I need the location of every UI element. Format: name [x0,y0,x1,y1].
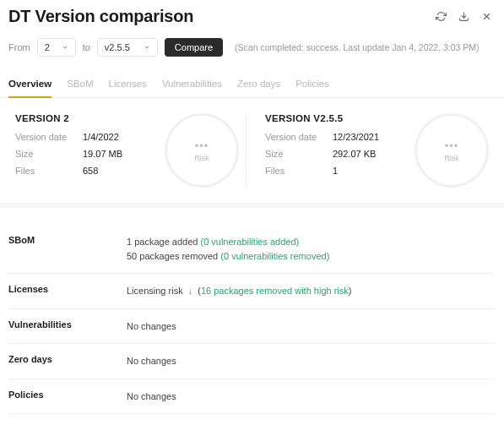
header-actions [436,11,492,22]
compare-grid: VERSION 2 Version date1/4/2022 Size19.07… [0,98,504,208]
right-size-label: Size [265,149,333,159]
to-select[interactable]: v2.5.5 [97,38,158,57]
tab-sbom[interactable]: SBoM [67,72,93,97]
chevron-down-icon [144,44,150,51]
right-risk-ring: ••• Risk [415,113,489,188]
arrow-down-icon: ↓ [186,284,196,298]
tab-zero-days[interactable]: Zero days [237,72,280,97]
chevron-down-icon [62,44,68,51]
right-files-value: 1 [333,166,338,176]
summary-row-licenses: Licenses Licensing risk ↓ (16 packages r… [8,274,496,309]
tab-licenses[interactable]: Licenses [108,72,146,97]
licenses-text-a: Licensing risk [127,286,186,296]
sbom-line2-text: 50 packages removed [127,251,220,261]
summary-row-zero-days: Zero days No changes [8,344,496,379]
to-select-value: v2.5.5 [105,42,130,52]
from-label: From [8,42,30,52]
ellipsis-icon: ••• [195,139,209,152]
ellipsis-icon: ••• [445,139,459,152]
licenses-text-c: ) [349,286,352,296]
summary-sbom-label: SBoM [8,235,127,263]
left-risk-ring: ••• Risk [165,113,239,188]
left-risk-label: Risk [194,154,209,162]
sbom-line1-text: 1 package added [127,237,200,247]
summary-row-sbom: SBoM 1 package added (0 vulnerabilities … [8,225,496,274]
from-select-value: 2 [45,42,50,52]
right-risk-label: Risk [444,154,459,162]
scan-status: (Scan completed: success. Last update Ja… [235,42,480,52]
summary-section: SBoM 1 package added (0 vulnerabilities … [0,208,504,422]
summary-zero-value: No changes [127,354,496,368]
left-files-value: 658 [83,166,98,176]
summary-row-vulnerabilities: Vulnerabilities No changes [8,309,496,345]
tab-vulnerabilities[interactable]: Vulnerabilities [162,72,222,97]
tab-policies[interactable]: Policies [295,72,329,97]
left-size-value: 19.07 MB [83,149,122,159]
summary-zero-label: Zero days [8,354,127,368]
version-right-heading: VERSION V2.5.5 [265,113,403,123]
licenses-text-b: ( [195,286,201,296]
summary-licenses-label: Licenses [8,284,127,298]
version-left-heading: VERSION 2 [15,113,153,123]
version-left-col: VERSION 2 Version date1/4/2022 Size19.07… [8,113,246,188]
page-title: DT Version comparison [8,7,193,26]
left-size-label: Size [15,149,83,159]
licenses-link[interactable]: 16 packages removed with high risk [201,286,349,296]
from-select[interactable]: 2 [37,38,76,57]
right-date-value: 12/23/2021 [333,132,379,142]
sbom-removed-link[interactable]: (0 vulnerabilities removed) [220,251,329,261]
summary-row-policies: Policies No changes [8,379,496,415]
summary-policies-label: Policies [8,390,127,404]
tabs: Overview SBoM Licenses Vulnerabilities Z… [0,72,504,98]
sbom-added-link[interactable]: (0 vulnerabilities added) [200,237,299,247]
left-date-label: Version date [15,132,83,142]
close-icon[interactable] [481,11,492,22]
version-right-col: VERSION V2.5.5 Version date12/23/2021 Si… [246,113,496,188]
controls-row: From 2 to v2.5.5 Compare (Scan completed… [0,31,504,72]
download-icon[interactable] [458,11,469,22]
tab-overview[interactable]: Overview [8,72,51,97]
summary-vuln-value: No changes [127,319,496,334]
summary-policies-value: No changes [127,390,496,404]
to-label: to [83,42,90,52]
left-files-label: Files [15,166,83,176]
refresh-icon[interactable] [436,11,447,22]
right-files-label: Files [265,166,333,176]
summary-vuln-label: Vulnerabilities [8,319,127,334]
compare-button[interactable]: Compare [165,38,223,57]
right-date-label: Version date [265,132,333,142]
right-size-value: 292.07 KB [333,149,376,159]
left-date-value: 1/4/2022 [83,132,119,142]
